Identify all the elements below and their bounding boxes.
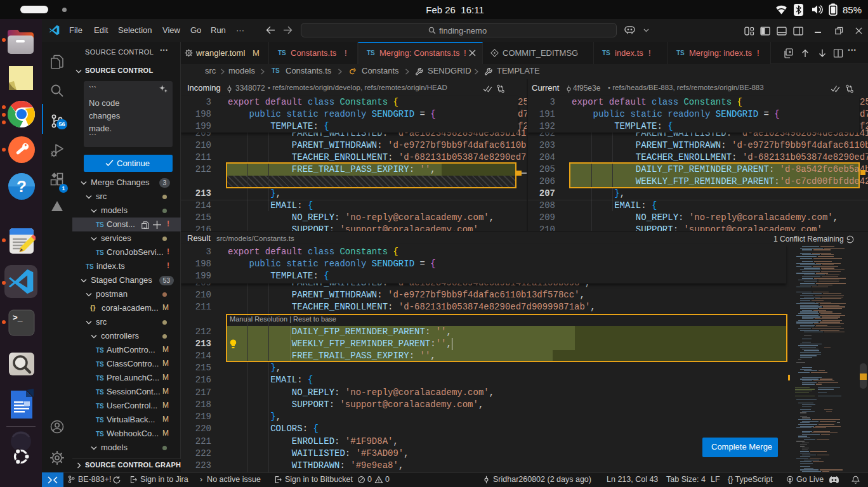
svg-text:>_: >_ (13, 313, 23, 323)
svg-text:?: ? (16, 177, 27, 196)
